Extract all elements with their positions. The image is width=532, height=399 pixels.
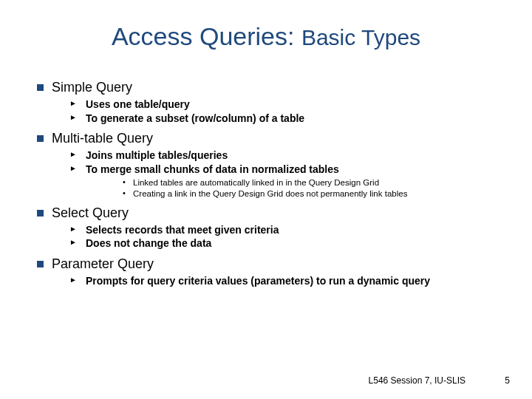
section-parameter-query: Parameter Query Prompts for query criter… — [35, 256, 502, 288]
section-multi-table-query: Multi-table Query Joins multiple tables/… — [35, 131, 502, 200]
section-points: Uses one table/query To generate a subse… — [52, 98, 502, 125]
outline-list: Simple Query Uses one table/query To gen… — [35, 80, 502, 287]
bullet-text: To merge small chunks of data in normali… — [86, 163, 339, 175]
title-main: Access Queries: — [112, 22, 295, 50]
section-select-query: Select Query Selects records that meet g… — [35, 205, 502, 250]
bullet-point: Prompts for query criteria values (param… — [52, 275, 502, 288]
section-points: Prompts for query criteria values (param… — [52, 275, 502, 288]
section-points: Joins multiple tables/queries To merge s… — [52, 149, 502, 200]
bullet-point: To generate a subset (row/column) of a t… — [52, 112, 502, 126]
section-heading: Simple Query — [52, 80, 132, 95]
bullet-point: Uses one table/query — [52, 98, 502, 112]
sub-bullet: Linked tables are automatically linked i… — [86, 177, 502, 188]
footer-text: L546 Session 7, IU-SLIS — [369, 375, 466, 386]
bullet-point: Does not change the data — [52, 237, 502, 250]
bullet-point: Selects records that meet given criteria — [52, 224, 502, 237]
section-heading: Select Query — [52, 205, 129, 220]
sub-bullet: Creating a link in the Query Design Grid… — [86, 188, 502, 200]
bullet-point: To merge small chunks of data in normali… — [52, 163, 502, 200]
slide-title: Access Queries: Basic Types — [0, 22, 532, 51]
slide-number: 5 — [505, 375, 510, 386]
title-sub: Basic Types — [301, 25, 420, 50]
bullet-point: Joins multiple tables/queries — [52, 149, 502, 163]
section-heading: Parameter Query — [52, 256, 154, 271]
section-simple-query: Simple Query Uses one table/query To gen… — [35, 80, 502, 125]
section-heading: Multi-table Query — [52, 131, 153, 146]
slide-body: Simple Query Uses one table/query To gen… — [35, 80, 502, 293]
slide: Access Queries: Basic Types Simple Query… — [0, 0, 532, 399]
section-points: Selects records that meet given criteria… — [52, 224, 502, 250]
sub-points: Linked tables are automatically linked i… — [86, 177, 502, 200]
